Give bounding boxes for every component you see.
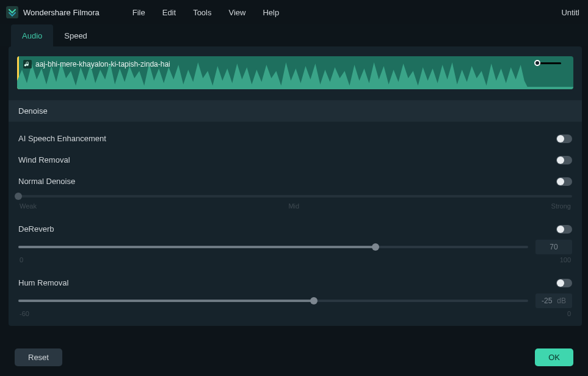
label-normal-denoise: Normal Denoise bbox=[18, 177, 75, 186]
slider-normal-denoise[interactable] bbox=[18, 192, 572, 201]
clip-name: aaj-bhi-mere-khayalon-ki-tapish-zinda-ha… bbox=[35, 60, 170, 68]
tab-speed[interactable]: Speed bbox=[53, 24, 98, 46]
tab-audio[interactable]: Audio bbox=[11, 24, 53, 46]
value-hum-removal[interactable]: -25dB bbox=[535, 293, 572, 308]
menu-tools[interactable]: Tools bbox=[184, 8, 220, 17]
scale-normal-max: Strong bbox=[551, 202, 571, 210]
scale-hum-min: -60 bbox=[20, 310, 29, 317]
scale-normal-mid: Mid bbox=[288, 202, 299, 210]
footer-actions: Reset OK bbox=[0, 348, 588, 366]
toggle-normal-denoise[interactable] bbox=[556, 177, 572, 186]
toggle-hum-removal[interactable] bbox=[556, 279, 572, 287]
document-title: Untitl bbox=[561, 8, 582, 17]
slider-dereverb[interactable] bbox=[18, 243, 528, 251]
menubar: Wondershare Filmora File Edit Tools View… bbox=[0, 0, 588, 24]
toggle-dereverb[interactable] bbox=[556, 225, 572, 234]
label-ai-speech: AI Speech Enhancement bbox=[18, 134, 106, 143]
app-title: Wondershare Filmora bbox=[23, 8, 100, 17]
scale-hum-max: 0 bbox=[567, 310, 571, 317]
toggle-wind-removal[interactable] bbox=[556, 156, 572, 164]
section-denoise: Denoise bbox=[9, 100, 582, 122]
menu-help[interactable]: Help bbox=[254, 8, 288, 17]
label-wind-removal: Wind Removal bbox=[18, 155, 70, 164]
scale-normal-min: Weak bbox=[20, 202, 37, 210]
menu-edit[interactable]: Edit bbox=[154, 8, 184, 17]
menu-view[interactable]: View bbox=[220, 8, 254, 17]
music-note-icon bbox=[23, 60, 32, 68]
scale-dereverb-min: 0 bbox=[20, 256, 23, 264]
ok-button[interactable]: OK bbox=[535, 348, 573, 366]
menu-file[interactable]: File bbox=[124, 8, 154, 17]
slider-hum-removal[interactable] bbox=[18, 297, 528, 305]
reset-button[interactable]: Reset bbox=[15, 348, 62, 366]
clip-end-handle[interactable] bbox=[534, 60, 540, 66]
audio-clip[interactable]: aaj-bhi-mere-khayalon-ki-tapish-zinda-ha… bbox=[17, 56, 573, 89]
value-dereverb[interactable]: 70 bbox=[535, 240, 572, 254]
tab-strip: Audio Speed bbox=[0, 24, 588, 46]
app-logo bbox=[6, 6, 18, 18]
label-dereverb: DeReverb bbox=[18, 224, 54, 234]
toggle-ai-speech[interactable] bbox=[556, 135, 572, 143]
scale-dereverb-max: 100 bbox=[560, 256, 571, 264]
label-hum-removal: Hum Removal bbox=[18, 278, 68, 287]
